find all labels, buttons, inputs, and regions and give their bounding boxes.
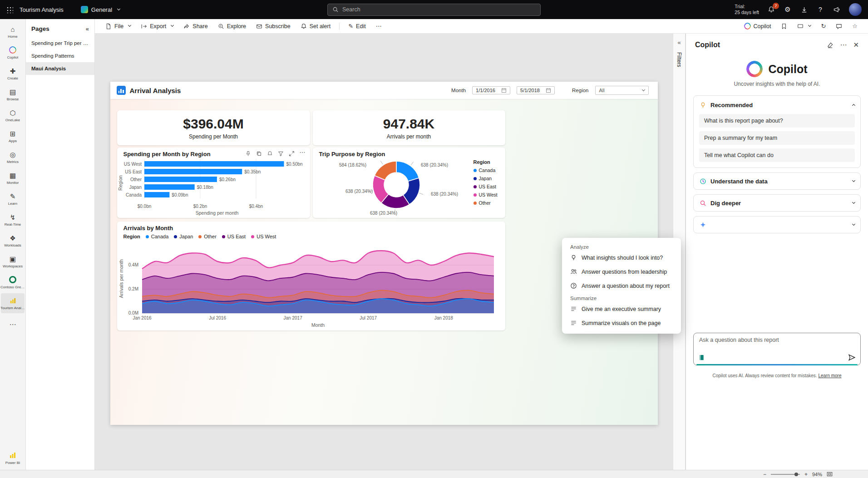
copilot-input-box[interactable] — [693, 333, 861, 365]
notebook-icon[interactable] — [698, 354, 705, 361]
focus-mode-icon[interactable] — [289, 151, 295, 157]
sidebar-item-learn[interactable]: ✎Learn — [1, 189, 25, 209]
copilot-suggestion[interactable]: Tell me what Copilot can do — [699, 148, 855, 162]
account-avatar[interactable] — [849, 3, 862, 16]
more-options-icon[interactable]: ⋯ — [300, 151, 306, 157]
page-list-item[interactable]: Spending Patterns — [26, 49, 94, 62]
sidebar-item-home[interactable]: ⌂Home — [1, 22, 25, 42]
sidebar-item-workloads[interactable]: ❖Workloads — [1, 231, 25, 251]
new-chat-eraser-icon[interactable] — [827, 42, 833, 49]
svg-text:$0.09bn: $0.09bn — [172, 192, 188, 197]
zoom-in-button[interactable]: + — [804, 471, 808, 478]
region-slicer-label: Region — [572, 88, 588, 93]
help-button[interactable]: ? — [816, 5, 824, 14]
zoom-slider[interactable] — [771, 474, 800, 475]
sparkle-icon — [699, 221, 706, 228]
legend-item[interactable]: Other — [473, 200, 503, 206]
sidebar-item-power-bi[interactable]: Power BI — [1, 448, 25, 468]
learn-more-link[interactable]: Learn more — [818, 373, 841, 378]
region-dropdown[interactable]: All — [595, 86, 649, 95]
alert-icon[interactable] — [267, 151, 273, 157]
kpi-card-spending[interactable]: $396.04M Spending per Month — [117, 110, 310, 145]
copilot-suggestion[interactable]: Prep a summary for my team — [699, 131, 855, 145]
subscribe-button[interactable]: Subscribe — [252, 21, 295, 31]
favorite-button[interactable]: ☆ — [848, 21, 862, 31]
notifications-button[interactable]: 7 — [767, 5, 775, 14]
zoom-slider-knob[interactable] — [794, 473, 798, 476]
filter-funnel-icon[interactable] — [278, 151, 284, 157]
file-button[interactable]: File — [101, 21, 135, 31]
popup-menu-item[interactable]: What insights should I look into? — [565, 251, 678, 265]
toolbar-more-button[interactable]: ⋯ — [372, 21, 386, 31]
explore-button[interactable]: Explore — [214, 21, 250, 31]
svg-text:638 (20.34%): 638 (20.34%) — [420, 163, 448, 168]
comments-button[interactable] — [832, 21, 846, 31]
area-chart-visual[interactable]: Arrivals by Month Region CanadaJapanOthe… — [117, 222, 505, 330]
copilot-icon — [9, 46, 16, 54]
sidebar-item-tourism-analysis[interactable]: Tourism Analysis — [1, 293, 25, 313]
legend-item[interactable]: Japan — [473, 176, 503, 181]
fit-to-page-icon[interactable] — [827, 471, 833, 477]
report-toolbar: File Export Share Explore Subscribe Set … — [95, 19, 868, 34]
copilot-suggestion[interactable]: What is this report page about? — [699, 114, 855, 128]
feedback-button[interactable] — [833, 5, 841, 14]
edit-button[interactable]: ✎ Edit — [344, 21, 370, 31]
download-button[interactable] — [800, 5, 808, 14]
send-button[interactable] — [848, 354, 856, 361]
date-from-input[interactable]: 1/1/2016 — [472, 86, 510, 94]
copilot-section-header[interactable]: Recommended — [699, 99, 855, 110]
pin-icon[interactable] — [245, 151, 251, 157]
popup-menu-item[interactable]: Answer questions from leadership — [565, 265, 678, 279]
sidebar-item-workspaces[interactable]: ▣Workspaces — [1, 251, 25, 271]
copilot-section-understand-the-data[interactable]: Understand the data — [693, 172, 861, 190]
workspace-switcher[interactable]: General — [81, 6, 120, 13]
page-list-item[interactable]: Spending per Trip per P... — [26, 37, 94, 49]
bar-chart-visual[interactable]: Spending per Month by Region ⋯ $0.0bn$0.… — [117, 148, 310, 218]
top-app-bar: Tourism Analysis General Trial: 25 days … — [0, 0, 868, 19]
close-icon[interactable]: ✕ — [853, 41, 859, 49]
copy-icon[interactable] — [256, 151, 262, 157]
sidebar-item-apps[interactable]: ⊞Apps — [1, 126, 25, 146]
sidebar-item-create[interactable]: ✚Create — [1, 64, 25, 84]
refresh-button[interactable]: ↻ — [817, 21, 830, 31]
sidebar-item-monitor[interactable]: ▦Monitor — [1, 168, 25, 188]
legend-label: US East — [479, 184, 497, 189]
search-input[interactable] — [342, 6, 536, 13]
copilot-toolbar-button[interactable]: Copilot — [740, 21, 775, 31]
page-list-item[interactable]: Maui Analysis — [26, 62, 94, 75]
legend-item[interactable]: US East — [473, 184, 503, 189]
report-icon — [10, 297, 16, 305]
export-button[interactable]: Export — [137, 21, 178, 31]
sidebar-item-onelake[interactable]: ⬡OneLake — [1, 105, 25, 125]
set-alert-button[interactable]: Set alert — [296, 21, 335, 31]
donut-chart-visual[interactable]: Trip Purpose by Region 638 (20.34%)638 (… — [313, 148, 505, 218]
sidebar-item-copilot[interactable]: Copilot — [1, 43, 25, 63]
question-circle-icon — [570, 282, 577, 289]
sidebar-item-browse[interactable]: ▤Browse — [1, 84, 25, 104]
sidebar-item-more[interactable]: ⋯ — [1, 314, 25, 334]
legend-item[interactable]: Canada — [473, 168, 503, 173]
copilot-more-icon[interactable]: ⋯ — [840, 41, 847, 49]
expand-filters-icon[interactable]: « — [677, 39, 681, 46]
popup-menu-item[interactable]: Summarize visuals on the page — [565, 316, 678, 330]
settings-button[interactable]: ⚙ — [784, 5, 792, 14]
zoom-out-button[interactable]: − — [763, 471, 766, 478]
sidebar-item-contoso-green[interactable]: Contoso Green -... — [1, 272, 25, 292]
global-search[interactable] — [327, 4, 541, 16]
legend-item[interactable]: US West — [473, 192, 503, 197]
popup-menu-item[interactable]: Answer a question about my report — [565, 279, 678, 293]
view-button[interactable] — [793, 21, 815, 31]
kpi-card-arrivals[interactable]: 947.84K Arrivals per month — [313, 110, 505, 145]
share-button[interactable]: Share — [179, 21, 212, 31]
popup-menu-item[interactable]: Give me an executive summary — [565, 302, 678, 316]
svg-text:Spending per month: Spending per month — [195, 210, 238, 216]
date-to-input[interactable]: 5/1/2018 — [517, 86, 555, 94]
bookmarks-button[interactable] — [777, 21, 791, 31]
sidebar-item-real-time[interactable]: ↯Real-Time — [1, 210, 25, 230]
copilot-section-dig-deeper[interactable]: Dig deeper — [693, 194, 861, 212]
copilot-section-collapsed[interactable] — [693, 216, 861, 233]
copilot-question-input[interactable] — [699, 337, 855, 343]
sidebar-item-metrics[interactable]: ◎Metrics — [1, 147, 25, 167]
app-launcher-icon[interactable] — [6, 6, 13, 13]
collapse-pages-icon[interactable]: « — [86, 25, 89, 32]
